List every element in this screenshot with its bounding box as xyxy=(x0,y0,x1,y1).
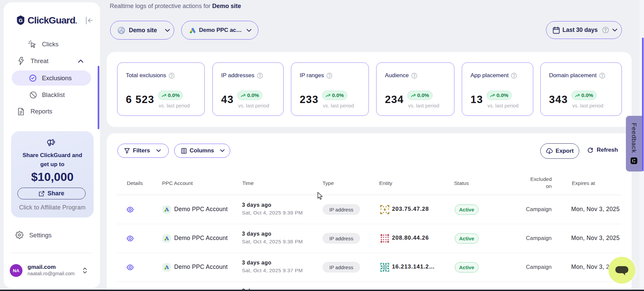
svg-text:G: G xyxy=(19,17,23,23)
